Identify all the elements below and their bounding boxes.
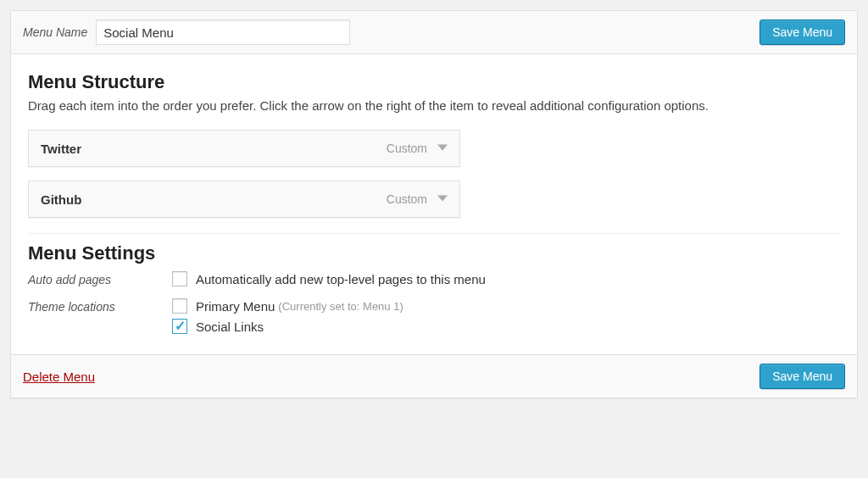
location-label: Social Links: [196, 320, 264, 334]
chevron-down-icon[interactable]: [437, 142, 448, 155]
location-primary-checkbox[interactable]: [172, 298, 187, 314]
panel-header: Menu Name Save Menu: [11, 11, 857, 54]
auto-add-pages-label: Auto add pages: [28, 271, 172, 286]
menu-structure-heading: Menu Structure: [28, 71, 840, 93]
menu-item-title: Twitter: [41, 142, 81, 156]
auto-add-pages-checkbox[interactable]: [172, 271, 187, 286]
auto-add-pages-row: Auto add pages Automatically add new top…: [28, 271, 840, 292]
menu-name-label: Menu Name: [23, 25, 87, 39]
panel-footer: Delete Menu Save Menu: [11, 354, 857, 397]
menu-item[interactable]: Twitter Custom: [28, 130, 460, 167]
auto-add-pages-text: Automatically add new top-level pages to…: [196, 272, 486, 286]
menu-settings-heading: Menu Settings: [28, 242, 840, 264]
theme-locations-row: Theme locations Primary Menu (Currently …: [28, 298, 840, 339]
delete-menu-link[interactable]: Delete Menu: [23, 370, 95, 384]
location-social-checkbox[interactable]: [172, 319, 187, 334]
menu-name-input[interactable]: [96, 19, 350, 45]
menu-structure-description: Drag each item into the order you prefer…: [28, 98, 840, 113]
chevron-down-icon[interactable]: [437, 192, 448, 206]
location-label: Primary Menu: [196, 299, 275, 314]
save-menu-button-top[interactable]: Save Menu: [760, 19, 845, 45]
menu-item-title: Github: [41, 192, 81, 207]
menu-edit-panel: Menu Name Save Menu Menu Structure Drag …: [10, 10, 858, 398]
location-hint: (Currently set to: Menu 1): [278, 300, 403, 313]
save-menu-button-bottom[interactable]: Save Menu: [760, 364, 845, 389]
menu-item-type: Custom: [387, 192, 427, 206]
menu-item-type: Custom: [387, 142, 427, 155]
panel-body: Menu Structure Drag each item into the o…: [11, 54, 857, 339]
menu-item[interactable]: Github Custom: [28, 181, 460, 218]
theme-locations-label: Theme locations: [28, 298, 172, 314]
divider: [28, 233, 840, 234]
